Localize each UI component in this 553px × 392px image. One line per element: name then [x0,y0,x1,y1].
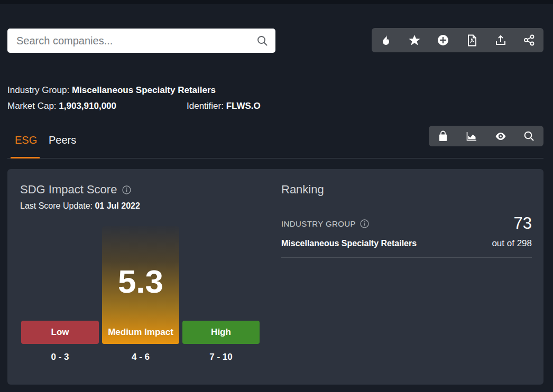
band-medium-range: 4 - 6 [102,352,179,362]
band-high-range: 7 - 10 [182,352,260,362]
esg-card: SDG Impact Score Last Score Update: 01 J… [7,169,543,385]
band-low-range: 0 - 3 [21,352,99,362]
market-cap-line: Market Cap: 1,903,910,000 [7,101,116,111]
ranking-value: 73 [514,214,532,233]
industry-group-label: Industry Group: [7,85,72,95]
active-tab-indicator [11,157,40,158]
band-high-label: High [182,321,260,344]
tab-peers[interactable]: Peers [49,134,76,146]
ranking-divider [281,257,532,258]
ranking-group-name: Miscellaneous Specialty Retailers [281,239,417,248]
ranking-group-label: INDUSTRY GROUP [281,219,356,228]
band-low-label: Low [21,321,99,344]
sdg-title: SDG Impact Score [20,183,117,197]
ranking-info-icon[interactable] [360,219,369,228]
ranking-out-of: out of 298 [492,238,532,249]
eye-icon[interactable] [492,127,510,145]
search-icon[interactable] [256,35,268,46]
identifier-label: Identifier: [187,101,226,111]
score-gauge-medium-bar: 5.3 Medium Impact [102,226,179,344]
search-box [7,29,275,53]
search-tools-icon[interactable] [520,127,538,145]
sdg-info-icon[interactable] [122,185,131,194]
star-icon[interactable] [405,31,423,49]
identifier-line: Identifier: FLWS.O [187,101,261,111]
upload-icon[interactable] [492,31,510,49]
market-cap-value: 1,903,910,000 [59,101,116,111]
identifier-value: FLWS.O [226,101,261,111]
last-update-label: Last Score Update: [20,201,95,210]
pdf-export-icon[interactable] [463,31,481,49]
share-icon[interactable] [520,31,538,49]
top-strip [0,0,553,4]
tab-esg[interactable]: ESG [15,134,37,146]
industry-group-line: Industry Group: Miscellaneous Specialty … [7,85,216,96]
tab-toolbar [429,126,543,146]
last-score-update: Last Score Update: 01 Jul 2022 [20,201,140,211]
briefcase-icon[interactable] [434,127,452,145]
tabs-divider [7,158,543,158]
industry-group-value: Miscellaneous Specialty Retailers [72,85,216,95]
flame-icon[interactable] [377,31,395,49]
band-medium-label: Medium Impact [102,321,179,344]
top-toolbar [372,28,543,52]
ranking-title: Ranking [281,183,324,197]
search-input[interactable] [7,29,275,53]
sdg-score-value: 5.3 [118,263,163,300]
market-cap-label: Market Cap: [7,101,59,111]
plus-circle-icon[interactable] [434,31,452,49]
area-chart-icon[interactable] [463,127,481,145]
last-update-value: 01 Jul 2022 [95,201,140,210]
